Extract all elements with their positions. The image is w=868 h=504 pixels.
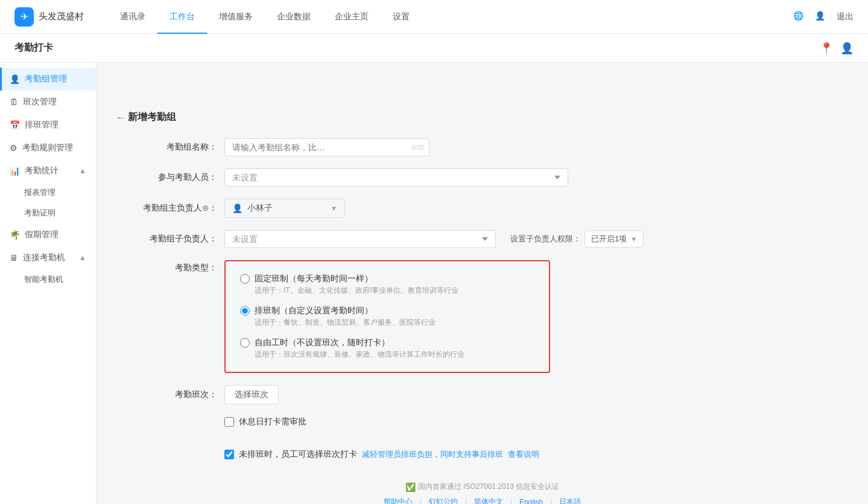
main-content: ← 新增考勤组 考勤组名称： 0/30 参与考勤人员： 未设置 考勤组主负责人⊙… [97,97,868,504]
holiday-checkbox[interactable] [224,417,234,427]
group-name-input-wrapper: 0/30 [224,138,429,156]
permission-open-label: 已开启1项 [591,234,627,244]
nav-item-enterprise-home[interactable]: 企业主页 [323,0,381,34]
group-name-counter: 0/30 [412,144,425,151]
view-instructions-link[interactable]: 查看说明 [508,449,539,460]
rules-icon: ⚙ [10,143,17,153]
radio-fixed-label: 固定班制（每天考勤时间一样） [255,273,373,284]
sub-responsible-select-wrapper: 未设置 [224,230,496,248]
settings-icon[interactable]: 👤 [840,42,854,55]
footer-link-chinese[interactable]: 简体中文 [474,497,503,504]
sidebar-item-attendance-group[interactable]: 👤 考勤组管理 [0,68,96,91]
brand-name: 头发茂盛村 [39,11,84,22]
holiday-checkbox-label: 休息日打卡需审批 [239,416,306,427]
sidebar-item-shift-label: 班次管理 [23,97,57,107]
shift-row: 考勤班次： 选择班次 [116,385,849,404]
permission-label: 设置子负责人权限： [510,234,581,244]
sub-responsible-controls: 未设置 设置子负责人权限： 已开启1项 ▼ [224,230,644,248]
page-header-right: 📍 👤 [820,42,854,55]
sidebar-item-rules-label: 考勤规则管理 [22,142,73,153]
sub-responsible-select[interactable]: 未设置 [224,230,496,248]
nav-item-settings[interactable]: 设置 [381,0,422,34]
unscheduled-row: 未排班时，员工可选择班次打卡 减轻管理员排班负担，同时支持事后排班 查看说明 [116,449,849,460]
footer-links: 帮助中心 | 钉钉公约 | 简体中文 | English | 日本語 [116,497,849,504]
sub-responsible-label: 考勤组子负责人： [116,234,224,244]
nav-item-enterprise-data[interactable]: 企业数据 [265,0,323,34]
radio-shift-hint: 适用于：餐饮、制造、物流贸易、客户服务、医院等行业 [240,317,534,328]
sidebar-item-stats-label: 考勤统计 [25,165,59,176]
radio-fixed-hint: 适用于：IT、金融、文化传媒、政府/事业单位、教育培训等行业 [240,285,534,296]
user-avatar-icon[interactable]: 👤 [815,11,827,23]
participants-row: 参与考勤人员： 未设置 [116,168,849,187]
page-layout: 👤 考勤组管理 🗓 班次管理 📅 排班管理 ⚙ 考勤规则管理 📊 考勤统计 ▲ … [0,34,868,504]
brand: ✈ 头发茂盛村 [14,7,84,27]
radio-fixed[interactable] [240,274,250,284]
radio-option-free: 自由工时（不设置班次，随时打卡） 适用于：班次没有规律、装修、家政、物流等计算工… [240,337,534,360]
attendance-type-box: 固定班制（每天考勤时间一样） 适用于：IT、金融、文化传媒、政府/事业单位、教育… [224,260,550,373]
shift-controls: 选择班次 [224,385,279,404]
nav-item-contacts[interactable]: 通讯录 [108,0,157,34]
footer-link-japanese[interactable]: 日本語 [559,497,581,504]
radio-group: 固定班制（每天考勤时间一样） 适用于：IT、金融、文化传媒、政府/事业单位、教育… [240,273,534,360]
sidebar-item-holiday[interactable]: 🌴 假期管理 [0,223,96,246]
unscheduled-text: 未排班时，员工可选择班次打卡 [239,449,357,460]
cert-icon: ✅ [405,482,416,492]
select-shift-button[interactable]: 选择班次 [224,385,279,404]
machine-icon: 🖥 [10,253,18,263]
radio-free-hint: 适用于：班次没有规律、装修、家政、物流等计算工作时长的行业 [240,349,534,360]
page-title: 考勤打卡 [14,42,53,54]
footer-sep-4: | [550,498,552,505]
exit-button[interactable]: 退出 [837,11,854,22]
footer-link-agreement[interactable]: 钉钉公约 [429,497,458,504]
section-header: ← 新增考勤组 [116,111,849,124]
permission-wrapper: 设置子负责人权限： 已开启1项 ▼ [510,231,644,247]
sidebar-item-shift[interactable]: 🗓 班次管理 [0,91,96,113]
brand-logo-icon: ✈ [21,11,28,22]
sidebar-subitem-cert[interactable]: 考勤证明 [0,203,96,223]
sidebar-item-rules[interactable]: ⚙ 考勤规则管理 [0,136,96,159]
participants-select[interactable]: 未设置 [224,168,568,187]
responsible-person-selector[interactable]: 👤 小林子 ▼ [224,199,345,218]
sidebar: 👤 考勤组管理 🗓 班次管理 📅 排班管理 ⚙ 考勤规则管理 📊 考勤统计 ▲ … [0,63,97,504]
attendance-type-label: 考勤类型： [116,260,224,273]
unscheduled-checkbox[interactable] [224,450,234,459]
back-button[interactable]: ← 新增考勤组 [116,111,176,124]
nav-item-workbench[interactable]: 工作台 [157,0,207,34]
sidebar-item-stats[interactable]: 📊 考勤统计 ▲ [0,159,96,182]
radio-free-label: 自由工时（不设置班次，随时打卡） [255,337,390,348]
sidebar-subitem-smart-machine[interactable]: 智能考勤机 [0,269,96,290]
shift-label: 考勤班次： [116,389,224,400]
holiday-checkbox-wrapper: 休息日打卡需审批 [224,416,306,427]
scheduling-icon: 📅 [10,120,20,130]
radio-option-shift: 排班制（自定义设置考勤时间） 适用于：餐饮、制造、物流贸易、客户服务、医院等行业 [240,305,534,328]
permission-open-tag[interactable]: 已开启1项 ▼ [584,231,644,247]
radio-row-shift: 排班制（自定义设置考勤时间） [240,305,534,316]
radio-free[interactable] [240,338,250,348]
globe-icon[interactable]: 🌐 [793,11,805,23]
form-title: 新增考勤组 [128,111,176,124]
group-name-row: 考勤组名称： 0/30 [116,138,849,156]
group-name-input[interactable] [224,138,429,156]
responsible-dropdown-icon: ▼ [331,205,337,212]
radio-shift[interactable] [240,306,250,316]
sidebar-item-scheduling[interactable]: 📅 排班管理 [0,113,96,136]
location-icon[interactable]: 📍 [820,42,833,55]
sidebar-item-machine[interactable]: 🖥 连接考勤机 ▲ [0,246,96,269]
person-icon: 👤 [232,203,242,213]
radio-option-fixed: 固定班制（每天考勤时间一样） 适用于：IT、金融、文化传媒、政府/事业单位、教育… [240,273,534,296]
attendance-type-row: 考勤类型： 固定班制（每天考勤时间一样） 适用于：IT、金融、文化传媒、政府/事… [116,260,849,373]
sub-responsible-row: 考勤组子负责人： 未设置 设置子负责人权限： 已开启1项 ▼ [116,230,849,248]
footer-cert: ✅ 国内首家通过 ISO27001:2013 信息安全认证 [116,482,849,492]
footer-link-help[interactable]: 帮助中心 [384,497,413,504]
page-header: 考勤打卡 📍 👤 [0,34,868,63]
radio-row-fixed: 固定班制（每天考勤时间一样） [240,273,534,284]
sidebar-subitem-report[interactable]: 报表管理 [0,182,96,203]
footer-sep-2: | [465,498,467,505]
holiday-checkbox-row: 休息日打卡需审批 [116,416,849,437]
page-footer: ✅ 国内首家通过 ISO27001:2013 信息安全认证 帮助中心 | 钉钉公… [116,472,849,504]
footer-sep-3: | [510,498,512,505]
sidebar-item-attendance-group-label: 考勤组管理 [25,74,67,85]
nav-item-value-added[interactable]: 增值服务 [207,0,265,34]
footer-link-english[interactable]: English [519,498,543,505]
sidebar-item-holiday-label: 假期管理 [25,229,59,240]
